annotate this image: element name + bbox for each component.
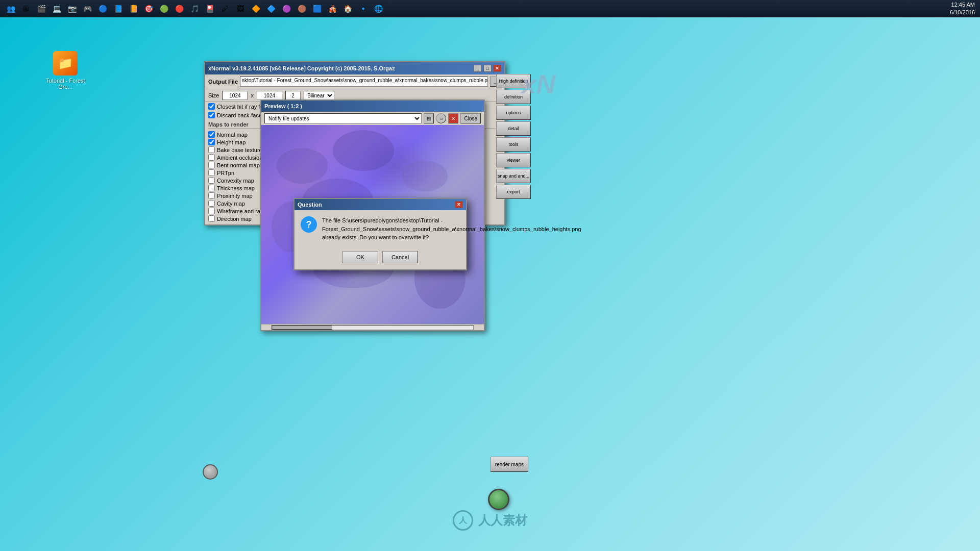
ao-label: Ambient occlusion bbox=[217, 155, 262, 161]
stop-button[interactable]: ✕ bbox=[448, 113, 458, 123]
size-x-separator: x bbox=[251, 92, 254, 98]
snap-button[interactable]: snap and and... bbox=[496, 169, 531, 183]
preview-titlebar[interactable]: Preview ( 1:2 ) bbox=[261, 101, 484, 112]
export-button[interactable]: export bbox=[496, 185, 531, 199]
taskbar-pc-icon[interactable]: 💻 bbox=[50, 2, 63, 15]
size-format-select[interactable]: Bilinear bbox=[304, 91, 334, 100]
clock-time: 12:45 AM bbox=[950, 1, 975, 9]
wireframe-checkbox[interactable] bbox=[208, 208, 215, 214]
ok-button[interactable]: OK bbox=[342, 251, 378, 263]
taskbar-maya-icon[interactable]: 📙 bbox=[127, 2, 140, 15]
proximity-checkbox[interactable] bbox=[208, 192, 215, 199]
bent-normal-checkbox[interactable] bbox=[208, 162, 215, 168]
question-buttons: OK Cancel bbox=[295, 248, 466, 269]
circle-view-button[interactable]: ○ bbox=[436, 113, 446, 123]
xn-logo: xN bbox=[516, 61, 561, 107]
cavity-label: Cavity map bbox=[217, 201, 245, 207]
svg-point-1 bbox=[333, 130, 394, 171]
convexity-label: Convexity map bbox=[217, 178, 254, 184]
normal-map-checkbox[interactable] bbox=[208, 131, 215, 138]
taskbar-camera-icon[interactable]: 📷 bbox=[65, 2, 79, 15]
taskbar-diamond-icon[interactable]: 🔶 bbox=[249, 2, 262, 15]
closest-hit-checkbox[interactable] bbox=[208, 103, 215, 110]
svg-point-2 bbox=[402, 161, 448, 191]
normal-map-label: Normal map bbox=[217, 132, 248, 138]
taskbar-start-icon[interactable]: ⊞ bbox=[19, 2, 33, 15]
preview-scrollbar[interactable] bbox=[261, 324, 484, 330]
size-extra-input[interactable] bbox=[285, 91, 301, 100]
bake-base-label: Bake base texture bbox=[217, 147, 262, 153]
preview-title: Preview ( 1:2 ) bbox=[264, 103, 302, 109]
go-green-button[interactable] bbox=[488, 489, 509, 510]
convexity-checkbox[interactable] bbox=[208, 177, 215, 184]
height-map-label: Height map bbox=[217, 139, 246, 145]
preview-toolbar: Notify tile updates ⊞ ○ ✕ Close bbox=[261, 112, 484, 125]
viewer-button[interactable]: viewer bbox=[496, 153, 531, 167]
taskbar-user-icon[interactable]: 👥 bbox=[4, 2, 17, 15]
prtpn-checkbox[interactable] bbox=[208, 169, 215, 176]
question-titlebar[interactable]: Question ✕ bbox=[295, 199, 466, 210]
taskbar-pic-icon[interactable]: 🖼 bbox=[234, 2, 247, 15]
taskbar-red-icon[interactable]: 🔴 bbox=[173, 2, 186, 15]
output-file-input[interactable]: sktop\Tutorial - Forest_Ground_Snow\asse… bbox=[240, 77, 488, 87]
circle-button-left[interactable] bbox=[203, 464, 218, 480]
taskbar-house-icon[interactable]: 🏠 bbox=[341, 2, 354, 15]
clock-date: 6/10/2016 bbox=[950, 9, 975, 16]
detail-button[interactable]: detail bbox=[496, 121, 531, 136]
taskbar-word-icon[interactable]: 📘 bbox=[111, 2, 125, 15]
xnormal-titlebar[interactable]: xNormal v3.19.2.41085 [x64 Release] Copy… bbox=[205, 62, 504, 74]
cancel-button[interactable]: Cancel bbox=[382, 251, 418, 263]
output-file-label: Output File bbox=[208, 79, 238, 85]
xnormal-title: xNormal v3.19.2.41085 [x64 Release] Copy… bbox=[208, 65, 395, 71]
taskbar-global-icon[interactable]: 🌐 bbox=[372, 2, 385, 15]
taskbar-right: 12:45 AM 6/10/2016 bbox=[945, 1, 980, 17]
taskbar-blue2-icon[interactable]: 🔷 bbox=[264, 2, 278, 15]
svg-point-0 bbox=[277, 148, 328, 184]
minimize-button[interactable]: _ bbox=[474, 65, 482, 72]
notify-tile-select[interactable]: Notify tile updates bbox=[264, 113, 422, 123]
taskbar-premiere-icon[interactable]: 🎬 bbox=[35, 2, 48, 15]
taskbar-left: 👥 ⊞ 🎬 💻 📷 🎮 🔵 📘 📙 🎯 🟢 🔴 🎵 🎴 🖊 🖼 🔶 🔷 🟣 🟤 … bbox=[0, 2, 389, 15]
desktop-icon-label: Tutorial - Forest Gro... bbox=[45, 78, 86, 90]
taskbar-blue-icon[interactable]: 🔵 bbox=[96, 2, 109, 15]
close-button[interactable]: ✕ bbox=[493, 65, 501, 72]
taskbar-ps-icon[interactable]: 🎵 bbox=[188, 2, 201, 15]
preview-close-button[interactable]: Close bbox=[460, 113, 481, 123]
scrollbar-thumb[interactable] bbox=[272, 325, 332, 330]
taskbar-tent-icon[interactable]: 🎪 bbox=[326, 2, 339, 15]
xnormal-titlebar-buttons: _ □ ✕ bbox=[474, 65, 501, 72]
taskbar-pen-icon[interactable]: 🖊 bbox=[218, 2, 232, 15]
bake-base-checkbox[interactable] bbox=[208, 146, 215, 153]
taskbar-brown-icon[interactable]: 🟤 bbox=[295, 2, 308, 15]
taskbar-game-icon[interactable]: 🎮 bbox=[81, 2, 94, 15]
tools-button[interactable]: tools bbox=[496, 137, 531, 152]
ao-checkbox[interactable] bbox=[208, 154, 215, 161]
size-label: Size bbox=[208, 92, 219, 98]
desktop-icon-tutorial[interactable]: 📁 Tutorial - Forest Gro... bbox=[45, 51, 86, 90]
taskbar-clock: 12:45 AM 6/10/2016 bbox=[950, 1, 975, 17]
taskbar-epic-icon[interactable]: 🎯 bbox=[142, 2, 155, 15]
options-button[interactable]: options bbox=[496, 106, 531, 120]
size-width-input[interactable] bbox=[222, 91, 248, 100]
maximize-button[interactable]: □ bbox=[483, 65, 492, 72]
discard-backfaces-checkbox[interactable] bbox=[208, 112, 215, 118]
direction-checkbox[interactable] bbox=[208, 215, 215, 222]
cavity-checkbox[interactable] bbox=[208, 200, 215, 207]
taskbar-square-icon[interactable]: 🟦 bbox=[310, 2, 324, 15]
grid-view-button[interactable]: ⊞ bbox=[424, 113, 434, 123]
question-title: Question bbox=[298, 202, 322, 208]
q-close-icon[interactable]: ✕ bbox=[455, 201, 463, 208]
taskbar-green-icon[interactable]: 🟢 bbox=[157, 2, 170, 15]
question-text: The file S:\users\purepolygons\desktop\T… bbox=[322, 216, 581, 242]
question-dialog: Question ✕ ? The file S:\users\purepolyg… bbox=[293, 198, 467, 270]
taskbar-purple-icon[interactable]: 🟣 bbox=[280, 2, 293, 15]
taskbar-orange-icon[interactable]: 🎴 bbox=[203, 2, 216, 15]
render-maps-button[interactable]: render maps bbox=[491, 457, 528, 472]
direction-label: Direction map bbox=[217, 216, 252, 222]
thickness-checkbox[interactable] bbox=[208, 185, 215, 191]
taskbar-diamond2-icon[interactable]: 🔹 bbox=[356, 2, 370, 15]
size-height-input[interactable] bbox=[257, 91, 282, 100]
question-close-button[interactable]: ✕ bbox=[455, 201, 463, 208]
height-map-checkbox[interactable] bbox=[208, 139, 215, 145]
scrollbar-track[interactable] bbox=[272, 325, 474, 330]
